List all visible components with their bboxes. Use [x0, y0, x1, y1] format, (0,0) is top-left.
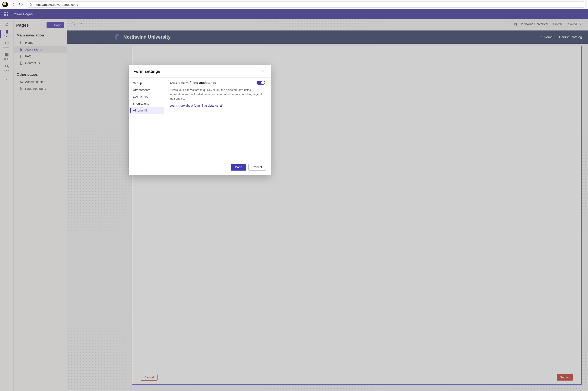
address-bar[interactable]: https://make.powerpages.com/ [26, 1, 586, 8]
dialog-nav: Set up Attachments CAPTCHA Integrations … [129, 78, 164, 161]
learn-more-link[interactable]: Learn more about form fill assistance [169, 104, 223, 107]
close-icon [262, 69, 265, 73]
dialog-nav-ai-form-fill[interactable]: AI form fill [129, 107, 164, 114]
form-settings-dialog: Form settings Set up Attachments CAPTCHA… [129, 65, 271, 175]
modal-scrim [0, 9, 588, 391]
external-link-icon [220, 104, 223, 107]
toggle-label: Enable form filling assistance [169, 81, 216, 85]
learn-more-label: Learn more about form fill assistance [169, 104, 219, 107]
enable-form-fill-toggle[interactable] [257, 81, 265, 85]
dialog-done-button[interactable]: Done [231, 164, 246, 171]
dialog-title: Form settings [133, 69, 160, 74]
dialog-close-button[interactable] [261, 68, 266, 74]
refresh-button[interactable] [18, 2, 23, 7]
dialog-nav-integrations[interactable]: Integrations [129, 100, 164, 107]
search-icon [29, 3, 32, 6]
profile-avatar[interactable] [2, 1, 8, 7]
back-button[interactable] [11, 2, 16, 7]
svg-point-0 [30, 3, 32, 5]
toggle-description: Allows your site visitors to quickly fil… [169, 88, 265, 101]
browser-bar: https://make.powerpages.com/ [0, 0, 588, 9]
dialog-nav-attachments[interactable]: Attachments [129, 87, 164, 93]
url-text: https://make.powerpages.com/ [35, 3, 78, 6]
dialog-nav-captcha[interactable]: CAPTCHA [129, 93, 164, 100]
dialog-nav-setup[interactable]: Set up [129, 80, 164, 87]
dialog-cancel-button[interactable]: Cancel [248, 164, 266, 171]
dialog-content: Enable form filling assistance Allows yo… [164, 78, 271, 161]
